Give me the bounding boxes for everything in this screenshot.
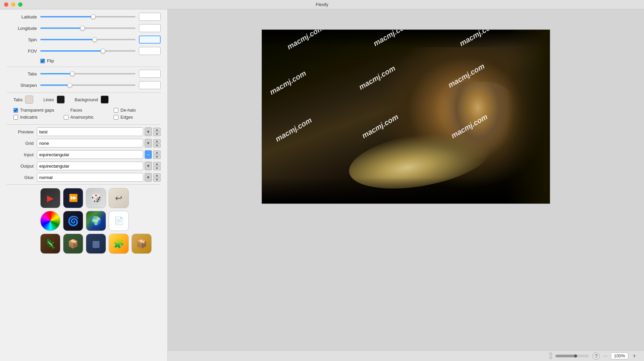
fast-forward-button[interactable]: ⏩ [63, 188, 83, 208]
latitude-slider[interactable] [40, 16, 136, 17]
creature-button[interactable]: 🦎 [40, 234, 60, 254]
titlebar: Flexify [0, 0, 644, 9]
indicatrix-item: Indicatrix [13, 115, 60, 120]
close-button[interactable] [4, 2, 8, 7]
icons-section: ▶ ⏩ 🎲 ↩ 🌀 🌍 [7, 188, 161, 254]
status-dot-1 [549, 353, 552, 355]
dice-button[interactable]: 🎲 [86, 188, 106, 208]
grid-button[interactable]: ▦ [86, 234, 106, 254]
lines-swatch-group: Lines [43, 96, 64, 104]
glue-arrow-icon[interactable]: ▼ [145, 173, 152, 182]
anamorphic-checkbox[interactable] [64, 115, 68, 120]
input-stepper[interactable]: ▲ ▼ [153, 151, 161, 159]
zoom-level: 100% [611, 352, 628, 359]
transparent-gaps-label: Transparent gaps [20, 108, 54, 113]
lines-color-swatch[interactable] [57, 96, 65, 104]
fov-input[interactable]: 120 [139, 47, 161, 55]
package-button[interactable]: 📦 [63, 234, 83, 254]
status-dots [549, 353, 552, 359]
output-stepper-down[interactable]: ▼ [153, 166, 161, 170]
longitude-label: Longitude [7, 26, 37, 31]
spin-row: Spin 27.09 [7, 36, 161, 44]
output-stepper[interactable]: ▲ ▼ [153, 162, 161, 170]
spin-slider[interactable] [40, 39, 136, 40]
icons-row-2: 🌀 🌍 📄 [7, 211, 161, 231]
output-arrow-icon[interactable]: ▼ [145, 162, 152, 170]
preview-stepper[interactable]: ▲ ▼ [153, 128, 161, 136]
puzzle-button[interactable]: 🧩 [109, 234, 129, 254]
icons-row-1: ▶ ⏩ 🎲 ↩ [7, 188, 161, 208]
transparent-gaps-checkbox[interactable] [13, 108, 18, 113]
latitude-label: Latitude [7, 14, 37, 19]
minimize-button[interactable] [11, 2, 15, 7]
output-row: Output equirectangular cubemap mercator … [7, 162, 161, 170]
grid-stepper[interactable]: ▲ ▼ [153, 139, 161, 147]
spiral-button[interactable]: 🌀 [63, 211, 83, 231]
grid-arrow-icon[interactable]: ▼ [145, 139, 152, 147]
canvas-area: macmj.com macmj.com macmj.com macmj.com … [168, 9, 644, 350]
spin-input[interactable]: 27.09 [139, 36, 161, 44]
de-halo-item: De-halo [114, 108, 161, 113]
undo-button[interactable]: ↩ [109, 188, 129, 208]
flip-checkbox[interactable] [40, 59, 45, 63]
glue-row: Glue normal add multiply ▼ ▲ ▼ [7, 173, 161, 182]
indicatrix-label: Indicatrix [20, 115, 38, 120]
grid-stepper-up[interactable]: ▲ [153, 139, 161, 143]
longitude-row: Longitude -20.634 [7, 24, 161, 32]
fov-label: FOV [7, 49, 37, 54]
background-color-swatch[interactable] [101, 96, 109, 104]
edges-checkbox[interactable] [114, 115, 118, 120]
sharpen-input[interactable]: 30 [139, 81, 161, 89]
fov-row: FOV 120 [7, 47, 161, 55]
preview-arrow-icon[interactable]: ▼ [145, 127, 152, 136]
anamorphic-label: Anamorphic [70, 115, 94, 120]
latitude-row: Latitude 10.694 [7, 13, 161, 21]
input-stepper-up[interactable]: ▲ [153, 151, 161, 155]
output-stepper-up[interactable]: ▲ [153, 162, 161, 166]
input-stepper-down[interactable]: ▼ [153, 155, 161, 159]
icons-row-3: 🦎 📦 ▦ 🧩 📦 [7, 234, 161, 254]
longitude-input[interactable]: -20.634 [139, 24, 161, 32]
color-wheel-button[interactable] [40, 211, 60, 231]
tabs-slider[interactable] [40, 73, 136, 74]
grid-label: Grid [7, 141, 34, 146]
box-button[interactable]: 📦 [131, 234, 152, 254]
preview-stepper-down[interactable]: ▼ [153, 132, 161, 136]
grid-stepper-down[interactable]: ▼ [153, 143, 161, 147]
longitude-slider[interactable] [40, 27, 136, 29]
output-select[interactable]: equirectangular cubemap mercator [37, 162, 143, 170]
status-dot-2 [549, 356, 552, 359]
indicatrix-checkbox[interactable] [13, 115, 18, 120]
help-button[interactable]: ? [592, 352, 600, 360]
sharpen-slider[interactable] [40, 84, 136, 86]
background-swatch-label: Background [75, 97, 98, 102]
preview-row: Preview draft normal best ▼ ▲ ▼ [7, 127, 161, 136]
maximize-button[interactable] [18, 2, 22, 7]
input-select[interactable]: equirectangular cubemap fisheye [37, 150, 143, 159]
grid-select[interactable]: none 4x2 6x3 [37, 139, 143, 147]
tabs-color-swatch[interactable] [25, 96, 33, 104]
faces-checkbox[interactable] [64, 108, 68, 113]
input-arrow-icon[interactable]: ↔ [145, 150, 152, 159]
input-label: Input [7, 152, 34, 157]
document-button[interactable]: 📄 [109, 211, 129, 231]
glue-stepper-up[interactable]: ▲ [153, 173, 161, 177]
preview-select[interactable]: draft normal best [37, 127, 143, 136]
glue-select[interactable]: normal add multiply [37, 173, 143, 182]
earth-button[interactable]: 🌍 [86, 211, 106, 231]
glue-stepper-down[interactable]: ▼ [153, 178, 161, 182]
window-controls[interactable] [4, 2, 22, 7]
fov-slider[interactable] [40, 50, 136, 52]
latitude-input[interactable]: 10.694 [139, 13, 161, 21]
glue-stepper[interactable]: ▲ ▼ [153, 173, 161, 182]
preview-label: Preview [7, 129, 34, 134]
preview-image[interactable]: macmj.com macmj.com macmj.com macmj.com … [262, 29, 550, 204]
faces-label: Faces [70, 108, 82, 113]
preview-stepper-up[interactable]: ▲ [153, 128, 161, 132]
zoom-in-button[interactable]: + [632, 353, 637, 359]
tabs-label: Tabs [7, 71, 37, 76]
de-halo-label: De-halo [120, 108, 136, 113]
tabs-input[interactable]: 33 [139, 70, 161, 78]
de-halo-checkbox[interactable] [114, 108, 118, 113]
play-button[interactable]: ▶ [40, 188, 60, 208]
